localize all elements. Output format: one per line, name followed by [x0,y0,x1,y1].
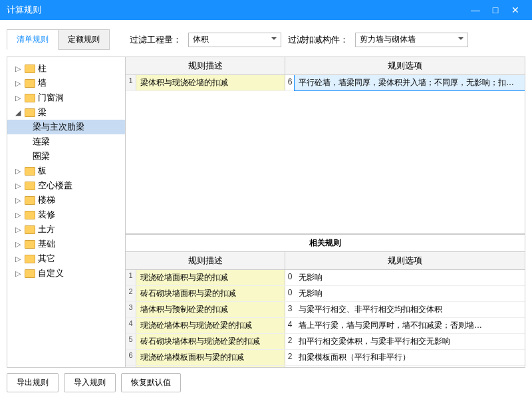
tree-label: 楼梯 [38,194,55,206]
tree-node-8[interactable]: ▷土方 [7,222,125,237]
rule-option: 与梁平行相交、非平行相交均扣相交体积 [295,302,525,317]
window-titlebar: 计算规则 — □ ✕ [0,0,532,20]
footer-buttons: 导出规则 导入规则 恢复默认值 [7,368,525,392]
rule-desc: 梁体积与现浇砼墙的扣减 [136,75,285,90]
twist-icon[interactable]: ▷ [14,168,22,175]
import-rules-button[interactable]: 导入规则 [64,373,116,392]
tree-label: 梁 [38,106,47,118]
upper-panel: 规则描述 规则选项 1梁体积与现浇砼墙的扣减6平行砼墙，墙梁同厚，梁体积并入墙；… [126,57,525,234]
folder-icon [25,240,35,249]
twist-icon[interactable]: ◢ [14,109,22,116]
rule-desc: 现浇砼墙超高体积与梁的扣减 [136,366,285,367]
table-row[interactable]: 7现浇砼墙超高体积与梁的扣减0无影响 [126,366,525,367]
twist-icon[interactable]: ▷ [14,255,22,263]
tree-node-9[interactable]: ▷基础 [7,237,125,251]
tree-node-2[interactable]: ▷门窗洞 [7,90,125,105]
reset-defaults-button[interactable]: 恢复默认值 [121,373,181,392]
twist-icon[interactable]: ▷ [14,211,22,219]
folder-icon [25,182,35,190]
rule-option[interactable]: 平行砼墙，墙梁同厚，梁体积并入墙；不同厚，无影响；扣… [295,75,525,90]
main-area: ▷柱▷墙▷门窗洞◢梁梁与主次肋梁连梁圈梁▷板▷空心楼盖▷楼梯▷装修▷土方▷基础▷… [7,57,525,368]
twist-icon[interactable]: ▷ [14,182,22,190]
folder-icon [25,255,35,263]
folder-icon [25,196,35,205]
tree-node-5[interactable]: ▷空心楼盖 [7,178,125,193]
twist-icon[interactable]: ▷ [14,226,22,233]
tree-node-4[interactable]: ▷板 [7,164,125,178]
tab-quota-rules[interactable]: 定额规则 [59,29,110,50]
table-row[interactable]: 4现浇砼墙体积与现浇砼梁的扣减4墙上平行梁，墙与梁同厚时，墙不扣减梁；否则墙… [126,318,525,334]
twist-icon[interactable]: ▷ [14,80,22,87]
rule-option: 无影响 [295,286,525,301]
related-rules-title: 相关规则 [126,234,525,252]
tree-node-7[interactable]: ▷装修 [7,207,125,222]
table-row[interactable]: 1现浇砼墙面积与梁的扣减0无影响 [126,270,525,286]
tree-node-1[interactable]: ▷墙 [7,76,125,90]
twist-icon[interactable]: ▷ [14,197,22,204]
folder-icon [25,65,35,73]
twist-icon[interactable]: ▷ [14,94,22,102]
export-rules-button[interactable]: 导出规则 [7,373,59,392]
rule-desc: 现浇砼墙模板面积与梁的扣减 [136,350,285,365]
opt-num: 4 [285,318,295,333]
tree-node-6[interactable]: ▷楼梯 [7,193,125,207]
opt-num: 0 [285,286,295,301]
opt-num: 2 [285,350,295,365]
row-num: 3 [126,302,136,317]
row-num: 1 [126,270,136,285]
table-row[interactable]: 5砖石砌块墙体积与现浇砼梁的扣减2扣平行相交梁体积，与梁非平行相交无影响 [126,334,525,350]
rule-option: 墙上平行梁，墙与梁同厚时，墙不扣减梁；否则墙… [295,318,525,333]
tree-label: 土方 [38,223,55,235]
table-row[interactable]: 3墙体积与预制砼梁的扣减3与梁平行相交、非平行相交均扣相交体积 [126,302,525,318]
row-num: 4 [126,318,136,333]
row-num: 7 [126,366,136,367]
tree-child-label: 圈梁 [33,150,50,162]
tree-child-label: 梁与主次肋梁 [33,121,84,133]
close-icon[interactable]: ✕ [505,5,525,15]
upper-grid-header: 规则描述 规则选项 [126,57,525,75]
maximize-icon[interactable]: □ [485,5,505,15]
folder-icon [25,94,35,102]
tree-label: 自定义 [38,267,64,279]
filter-qty-label: 过滤工程量： [130,34,182,46]
tree-node-10[interactable]: ▷其它 [7,251,125,266]
tree-child[interactable]: 圈梁 [7,149,125,164]
upper-col-desc: 规则描述 [126,57,285,74]
rule-option: 无影响 [295,366,525,367]
twist-icon[interactable]: ▷ [14,270,22,277]
rule-option: 无影响 [295,270,525,285]
tab-list-rules[interactable]: 清单规则 [7,29,59,50]
tree-label: 基础 [38,238,55,250]
opt-num: 0 [285,366,295,367]
rule-desc: 现浇砼墙面积与梁的扣减 [136,270,285,285]
tree-child[interactable]: 梁与主次肋梁 [7,120,125,134]
opt-num: 0 [285,270,295,285]
tree-child-label: 连梁 [33,136,50,148]
row-num: 1 [126,75,136,90]
tree-label: 柱 [38,63,47,74]
tree-label: 板 [38,165,47,177]
tree-node-11[interactable]: ▷自定义 [7,266,125,281]
tree-label: 装修 [38,209,55,221]
rule-option: 扣梁模板面积（平行和非平行） [295,350,525,365]
filter-qty-value: 体积 [193,34,209,45]
minimize-icon[interactable]: — [466,5,485,15]
twist-icon[interactable]: ▷ [14,65,22,72]
table-row[interactable]: 6现浇砼墙模板面积与梁的扣减2扣梁模板面积（平行和非平行） [126,350,525,366]
folder-icon [25,211,35,219]
table-row[interactable]: 2砖石砌块墙面积与梁的扣减0无影响 [126,286,525,302]
twist-icon[interactable]: ▷ [14,241,22,248]
filter-deduct-label: 过滤扣减构件： [288,34,348,46]
opt-num: 2 [285,334,295,349]
tree-child[interactable]: 连梁 [7,134,125,149]
lower-grid-body: 1现浇砼墙面积与梁的扣减0无影响2砖石砌块墙面积与梁的扣减0无影响3墙体积与预制… [126,270,525,367]
filter-deduct-select[interactable]: 剪力墙与砌体墙 [355,33,468,47]
rule-type-tabs: 清单规则 定额规则 [7,29,110,50]
tree-node-0[interactable]: ▷柱 [7,61,125,76]
folder-icon [25,79,35,88]
tree-node-3[interactable]: ◢梁 [7,105,125,120]
filter-qty-select[interactable]: 体积 [188,33,281,47]
table-row[interactable]: 1梁体积与现浇砼墙的扣减6平行砼墙，墙梁同厚，梁体积并入墙；不同厚，无影响；扣… [126,75,525,91]
filter-deduct-value: 剪力墙与砌体墙 [360,34,416,45]
tree-label: 门窗洞 [38,92,64,104]
